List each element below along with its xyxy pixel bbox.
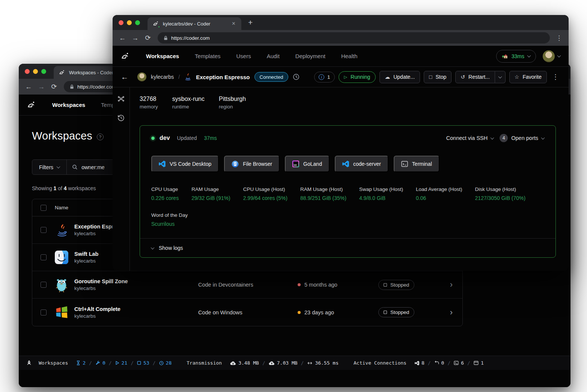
goland-button[interactable]: GO GoLand <box>285 156 330 172</box>
close-window-button[interactable] <box>119 20 123 25</box>
filters-dropdown[interactable]: Filters <box>32 160 67 174</box>
traffic-lights[interactable] <box>25 64 54 79</box>
reload-button[interactable]: ⟳ <box>142 34 154 42</box>
last-used-dot <box>298 311 301 314</box>
search-icon <box>72 164 78 170</box>
vscode-desktop-button[interactable]: VS Code Desktop <box>151 156 219 172</box>
favorite-button[interactable]: ☆ Favorite <box>509 71 547 83</box>
row-checkbox[interactable] <box>41 282 47 288</box>
code-server-button[interactable]: code-server <box>335 156 388 172</box>
statusbar-workspaces-label: Workspaces <box>39 360 68 366</box>
close-window-button[interactable] <box>25 69 30 74</box>
zoom-window-button[interactable] <box>135 20 140 25</box>
breadcrumb-workspace-name: Exception Espresso <box>196 74 250 80</box>
browser-menu-icon[interactable]: ⋮ <box>554 34 565 42</box>
back-button[interactable]: ← <box>116 34 128 42</box>
coder-logo[interactable] <box>121 52 130 61</box>
clock-icon <box>159 361 164 365</box>
stop-square-icon <box>384 283 387 287</box>
file-browser-button[interactable]: File Browser <box>224 156 280 172</box>
word-of-the-day: Word of the Day Scurrilous <box>151 212 544 237</box>
stop-button[interactable]: □ Stop <box>424 71 452 83</box>
row-checkbox[interactable] <box>41 309 47 315</box>
connected-badge: Connected <box>254 72 289 82</box>
nav-item-workspaces[interactable]: Workspaces <box>138 53 187 59</box>
traffic-lights[interactable] <box>119 15 148 30</box>
row-chevron-right-icon[interactable]: › <box>450 308 462 317</box>
nav-item-templates[interactable]: Templates <box>187 53 228 59</box>
ssh-reconnect-icon <box>434 361 439 365</box>
last-used-dot <box>298 283 301 286</box>
terminal-icon <box>401 161 408 167</box>
forward-button[interactable]: → <box>129 34 141 42</box>
statusbar-transmission-label: Transmission <box>187 360 222 366</box>
zoom-window-button[interactable] <box>41 69 46 74</box>
ports-count-badge: 4 <box>500 134 508 142</box>
row-checkbox[interactable] <box>41 254 47 260</box>
restart-options-chevron-icon[interactable] <box>495 71 506 83</box>
back-button[interactable]: ← <box>23 83 35 91</box>
open-connections-pill[interactable]: i 1 <box>314 72 335 83</box>
user-menu-chevron-icon[interactable] <box>558 55 560 57</box>
nav-item-workspaces[interactable]: Workspaces <box>44 102 93 108</box>
table-row[interactable]: Ctrl+Alt Complete kylecarbs Code on Wind… <box>32 299 462 326</box>
user-avatar[interactable] <box>543 50 555 62</box>
table-row[interactable]: Goroutine Spill Zone kylecarbs Code in D… <box>32 271 462 299</box>
workspace-owner: kylecarbs <box>74 285 198 291</box>
workspace-name: Ctrl+Alt Complete <box>74 306 198 312</box>
update-button[interactable]: ☁ Update... <box>379 71 420 83</box>
workspace-owner: kylecarbs <box>74 313 198 319</box>
resources-topology-icon[interactable] <box>117 95 125 103</box>
new-tab-button[interactable]: + <box>248 18 253 27</box>
last-used: 5 months ago <box>304 282 337 288</box>
stat: RAM Usage (Host)88.9/251 GiB (35%) <box>300 186 346 201</box>
forward-button[interactable]: → <box>35 83 47 91</box>
play-icon <box>115 361 119 365</box>
workspace-counts: 2 / 0 / 21 / 53 / 28 <box>76 360 172 366</box>
history-icon[interactable] <box>117 114 125 122</box>
open-ports-button[interactable]: 4 Open ports <box>500 134 544 142</box>
breadcrumb-owner[interactable]: kylecarbs <box>151 74 174 80</box>
workspace-detail-browser-window: kylecarbs/dev - Coder × + ← → ⟳ https://… <box>113 15 569 271</box>
address-bar[interactable]: https://coder.com <box>158 32 550 44</box>
row-chevron-right-icon[interactable]: › <box>450 281 462 289</box>
metadata-item: Pittsburgh region <box>219 96 246 110</box>
show-logs-toggle[interactable]: Show logs <box>140 238 555 257</box>
coder-logo[interactable] <box>27 101 36 110</box>
minimize-window-button[interactable] <box>33 69 38 74</box>
rocket-icon <box>26 360 32 366</box>
connect-via-ssh-button[interactable]: Connect via SSH <box>446 135 494 141</box>
workspace-menu-icon[interactable]: ⋮ <box>551 73 560 81</box>
select-all-checkbox[interactable] <box>41 205 47 211</box>
page-title: Workspaces <box>32 130 92 142</box>
restart-button-group: ↺ Restart... <box>455 71 506 83</box>
minimize-window-button[interactable] <box>127 20 132 25</box>
stop-square-icon: □ <box>429 74 432 80</box>
nav-item-users[interactable]: Users <box>228 53 259 59</box>
back-arrow-icon[interactable]: ← <box>121 73 133 81</box>
active-connections: 8 / 0 / 6 / 1 <box>415 360 484 366</box>
tab-strip: kylecarbs/dev - Coder × + <box>113 15 569 30</box>
status-badge: Stopped <box>378 307 414 317</box>
latency-badge[interactable]: 33ms <box>496 50 536 63</box>
nav-item-health[interactable]: Health <box>333 53 365 59</box>
go-gopher-icon <box>55 278 68 291</box>
help-icon[interactable]: ? <box>97 134 104 140</box>
schedule-clock-icon[interactable] <box>293 74 300 80</box>
stat: Disk Usage (Host)2127/3050 GiB (70%) <box>475 186 526 201</box>
tab-close-icon[interactable]: × <box>230 20 237 27</box>
row-checkbox[interactable] <box>41 227 47 233</box>
reload-button[interactable]: ⟳ <box>48 83 60 91</box>
star-icon: ☆ <box>515 74 519 80</box>
stat: Load Average (Host)0.06 <box>416 186 462 201</box>
agent-stats: CPU Usage0.226 cores RAM Usage29/32 GiB … <box>151 186 544 201</box>
restart-button[interactable]: ↺ Restart... <box>455 71 495 83</box>
nav-item-audit[interactable]: Audit <box>259 53 287 59</box>
nav-item-deployment[interactable]: Deployment <box>287 53 333 59</box>
cloud-icon: ☁ <box>385 74 390 80</box>
browser-tab[interactable]: kylecarbs/dev - Coder × <box>148 17 241 30</box>
svg-text:GO: GO <box>294 164 297 166</box>
info-icon: i <box>319 74 324 80</box>
terminal-button[interactable]: Terminal <box>394 156 439 172</box>
agent-name: dev <box>160 135 170 141</box>
